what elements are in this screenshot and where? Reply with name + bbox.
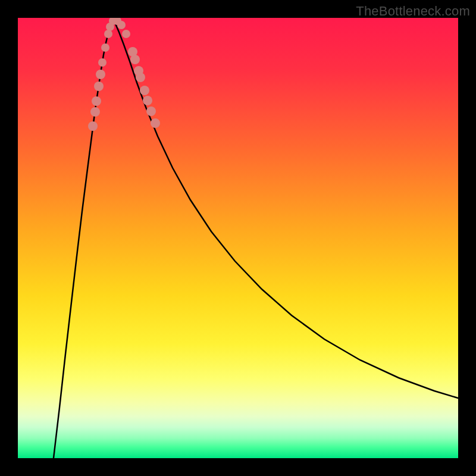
data-marker: [94, 82, 104, 91]
chart-stage: TheBottleneck.com: [0, 0, 476, 476]
data-marker: [130, 55, 140, 64]
data-marker: [136, 73, 145, 82]
data-marker: [101, 43, 109, 52]
data-marker: [104, 30, 112, 38]
data-marker: [88, 121, 98, 131]
data-marker: [151, 118, 160, 128]
data-markers: [88, 18, 160, 131]
data-marker: [140, 86, 149, 95]
data-marker: [98, 58, 107, 67]
data-marker: [96, 70, 105, 79]
curve-right-branch: [113, 19, 458, 398]
plot-area: [18, 18, 458, 458]
data-marker: [90, 107, 100, 117]
data-marker: [92, 96, 101, 106]
data-marker: [117, 21, 126, 29]
data-marker: [122, 30, 130, 38]
data-marker: [146, 107, 156, 116]
watermark-label: TheBottleneck.com: [356, 4, 470, 19]
curve-layer: [18, 18, 458, 458]
curve-left-branch: [54, 19, 113, 458]
data-marker: [143, 96, 152, 105]
